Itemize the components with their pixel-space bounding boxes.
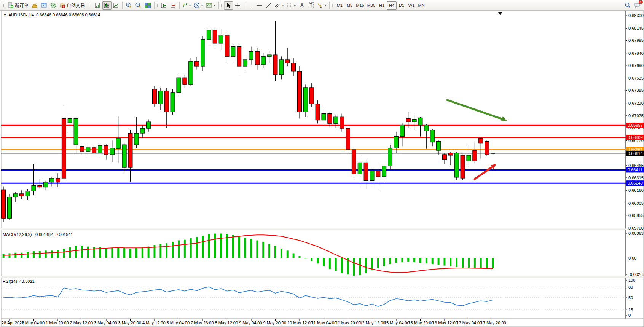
text-tool-button[interactable]: A (297, 1, 306, 10)
time-tick-label: 28 Apr 2023 (2, 321, 24, 325)
toolbar-separator (122, 2, 123, 9)
auto-trading-button[interactable]: 自动交易 (58, 1, 86, 10)
time-tick-label: 7 May 23:00 (191, 321, 214, 325)
chart-canvas[interactable]: 0.683000.681450.679950.678400.676900.675… (0, 11, 644, 327)
timeframe-m15-button[interactable]: M15 (354, 1, 365, 10)
candle (38, 185, 42, 187)
candle (140, 128, 145, 133)
price-tick: 0.67075 (628, 113, 644, 118)
gold-bars-icon (32, 3, 38, 8)
time-tick-label: 11 May 20:00 (336, 321, 361, 325)
macd-bar (426, 258, 427, 263)
notification-badge: 1 (638, 0, 643, 5)
macd-bar (129, 249, 131, 258)
macd-bar (27, 252, 29, 258)
chart-shift-button[interactable] (169, 1, 178, 10)
templates-dropdown-arrow[interactable]: ▾ (214, 4, 215, 7)
periods-button[interactable]: ▾ (192, 1, 204, 10)
macd-bar (184, 240, 186, 258)
vertical-line-tool-button[interactable] (245, 1, 255, 10)
macd-bar (298, 256, 300, 258)
chart-shift-marker[interactable] (498, 12, 502, 15)
search-button[interactable] (623, 1, 633, 10)
chart-area[interactable]: ▼AUDUSD-,H40.66646 0.66646 0.66608 0.666… (0, 11, 644, 327)
toolbar-grip[interactable] (3, 2, 5, 9)
label-tool-button[interactable]: T (306, 1, 316, 10)
market-window-button[interactable] (40, 1, 49, 10)
cursor-tool-button[interactable] (224, 1, 233, 10)
bar-chart-button[interactable] (93, 1, 102, 10)
macd-bar (190, 238, 192, 258)
price-tick: 0.68145 (628, 26, 644, 30)
channel-tool-button[interactable]: E (273, 1, 285, 10)
time-tick-label: 5 May 04:00 (167, 321, 190, 325)
rsi-name: RSI(14) (3, 279, 17, 284)
crosshair-tool-button[interactable] (233, 1, 242, 10)
candle (183, 78, 187, 84)
fibonacci-tool-button[interactable]: F (285, 1, 297, 10)
timeframe-m1-button[interactable]: M1 (335, 1, 344, 10)
timeframe-h4-button[interactable]: H4 (387, 1, 397, 10)
signals-button[interactable] (49, 1, 58, 10)
price-tick: 0.67840 (628, 51, 644, 56)
price-tick: 0.67535 (628, 76, 644, 80)
bounce-arrow[interactable] (474, 164, 496, 180)
tile-windows-button[interactable] (143, 1, 153, 10)
tile-windows-icon (145, 3, 151, 8)
price-lines (1, 125, 626, 183)
indicators-button[interactable]: f ▾ (181, 1, 192, 10)
timeframe-w1-button[interactable]: W1 (406, 1, 416, 10)
timeframe-mn-button[interactable]: MN (416, 1, 426, 10)
timeframe-m30-button[interactable]: M30 (366, 1, 377, 10)
candle (177, 78, 181, 93)
macd-bar (274, 246, 276, 258)
horizontal-line-icon (256, 3, 262, 8)
templates-button[interactable]: ▾ (204, 1, 217, 10)
zoom-out-button[interactable] (134, 1, 143, 10)
notifications-button[interactable]: 1 (633, 1, 642, 10)
macd-bar (220, 234, 222, 258)
chart-shift-icon (170, 3, 176, 8)
macd-bar (105, 248, 107, 258)
zoom-in-button[interactable] (124, 1, 134, 10)
candle (448, 153, 453, 155)
timeframe-m5-button[interactable]: M5 (344, 1, 354, 10)
candlestick-chart-button[interactable] (102, 1, 112, 10)
svg-text:f: f (183, 3, 185, 8)
downtrend-arrow[interactable] (446, 100, 507, 121)
price-line-label-0.66957: 0.66957 (626, 123, 644, 128)
shapes-dropdown-arrow[interactable]: ▾ (325, 4, 326, 7)
candle (19, 194, 24, 196)
price-line-label-0.66249: 0.66249 (626, 180, 644, 186)
time-tick-label: 3 May 04:00 (94, 321, 117, 325)
timeframe-d1-button[interactable]: D1 (397, 1, 406, 10)
toolbar-grip[interactable] (157, 2, 159, 9)
candle (285, 60, 290, 63)
gold-button[interactable] (30, 1, 40, 10)
macd-bar (75, 246, 77, 258)
trendline-tool-button[interactable] (264, 1, 273, 10)
symbol-dropdown-marker[interactable]: ▼ (3, 13, 6, 17)
shapes-tool-button[interactable]: ▾ (316, 1, 328, 10)
candle (86, 147, 90, 152)
auto-scroll-button[interactable] (159, 1, 169, 10)
candle (479, 138, 483, 143)
toolbar-grip[interactable] (221, 2, 223, 9)
line-chart-button[interactable] (112, 1, 121, 10)
candle (231, 47, 235, 57)
new-order-button[interactable]: 新订单 (6, 1, 30, 10)
svg-text:0.66249: 0.66249 (628, 181, 643, 185)
candle (292, 63, 296, 71)
macd-bar (413, 258, 415, 262)
price-tick: 0.66315 (628, 175, 644, 180)
macd-bar (250, 239, 252, 258)
toolbar-grip[interactable] (91, 2, 92, 9)
toolbar-grip[interactable] (332, 2, 334, 9)
timeframe-h1-button[interactable]: H1 (377, 1, 387, 10)
periods-dropdown-arrow[interactable]: ▾ (201, 4, 203, 7)
auto-scroll-icon (161, 3, 167, 8)
candle (322, 114, 326, 120)
channel-glyph: E (282, 4, 284, 7)
indicators-dropdown-arrow[interactable]: ▾ (189, 4, 191, 7)
horizontal-line-tool-button[interactable] (255, 1, 264, 10)
